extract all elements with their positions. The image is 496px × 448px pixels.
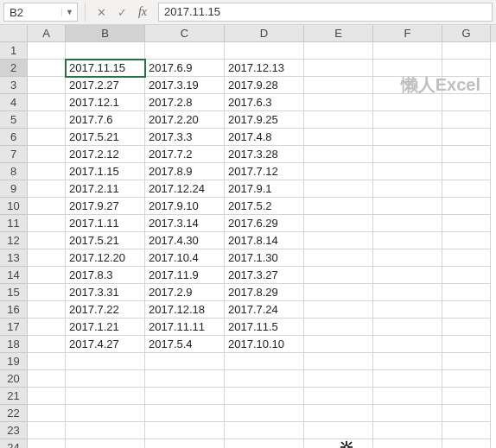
- cell[interactable]: [304, 129, 373, 146]
- row-header[interactable]: 9: [0, 180, 28, 198]
- cell[interactable]: [28, 94, 66, 111]
- col-header-D[interactable]: D: [225, 25, 304, 42]
- cell[interactable]: 2017.9.27: [66, 198, 145, 215]
- row-header[interactable]: 3: [0, 77, 28, 94]
- cell[interactable]: 2017.11.15: [66, 60, 145, 77]
- cell[interactable]: [28, 249, 66, 267]
- cell[interactable]: [442, 111, 491, 129]
- cell[interactable]: [304, 111, 373, 129]
- cell[interactable]: [442, 180, 491, 198]
- cell[interactable]: [442, 353, 491, 370]
- cell[interactable]: [145, 370, 225, 388]
- cell[interactable]: 2017.12.24: [145, 180, 225, 198]
- cell[interactable]: 2017.12.18: [145, 301, 225, 319]
- cell[interactable]: 2017.9.28: [225, 77, 304, 94]
- row-header[interactable]: 13: [0, 249, 28, 267]
- row-header[interactable]: 21: [0, 388, 28, 405]
- cell[interactable]: [28, 215, 66, 232]
- row-header[interactable]: 18: [0, 336, 28, 353]
- row-header[interactable]: 4: [0, 94, 28, 111]
- cell[interactable]: [28, 232, 66, 249]
- cell[interactable]: 2017.1.11: [66, 215, 145, 232]
- cell[interactable]: [373, 336, 442, 353]
- cell[interactable]: [373, 267, 442, 284]
- row-header[interactable]: 10: [0, 198, 28, 215]
- cell[interactable]: [442, 77, 491, 94]
- row-header[interactable]: 7: [0, 146, 28, 163]
- cell[interactable]: 2017.4.30: [145, 232, 225, 249]
- cell[interactable]: [304, 336, 373, 353]
- cell[interactable]: [28, 370, 66, 388]
- cell[interactable]: [304, 42, 373, 60]
- cell[interactable]: [304, 370, 373, 388]
- cell[interactable]: 2017.7.12: [225, 163, 304, 180]
- cell[interactable]: [66, 405, 145, 422]
- cell[interactable]: [373, 249, 442, 267]
- cell[interactable]: 2017.6.3: [225, 94, 304, 111]
- cell[interactable]: [66, 422, 145, 439]
- cell[interactable]: [373, 129, 442, 146]
- cell[interactable]: 2017.3.27: [225, 267, 304, 284]
- cell[interactable]: 2017.10.10: [225, 336, 304, 353]
- cell[interactable]: [28, 146, 66, 163]
- cell[interactable]: 2017.1.15: [66, 163, 145, 180]
- cell[interactable]: [28, 388, 66, 405]
- cell[interactable]: [145, 439, 225, 448]
- cell[interactable]: [28, 163, 66, 180]
- cell[interactable]: [373, 301, 442, 319]
- cell[interactable]: 2017.7.2: [145, 146, 225, 163]
- cell[interactable]: [442, 301, 491, 319]
- cell[interactable]: 2017.9.10: [145, 198, 225, 215]
- row-header[interactable]: 19: [0, 353, 28, 370]
- cell[interactable]: 2017.11.9: [145, 267, 225, 284]
- cell[interactable]: [304, 439, 373, 448]
- cell[interactable]: [66, 370, 145, 388]
- cell[interactable]: [304, 267, 373, 284]
- cell[interactable]: 2017.6.29: [225, 215, 304, 232]
- cell[interactable]: [66, 353, 145, 370]
- cell[interactable]: [28, 336, 66, 353]
- cell[interactable]: 2017.1.30: [225, 249, 304, 267]
- cell[interactable]: [28, 422, 66, 439]
- cell[interactable]: [442, 163, 491, 180]
- cell[interactable]: 2017.6.9: [145, 60, 225, 77]
- cell[interactable]: [373, 353, 442, 370]
- col-header-E[interactable]: E: [304, 25, 373, 42]
- cell[interactable]: [28, 77, 66, 94]
- cell[interactable]: [66, 439, 145, 448]
- col-header-A[interactable]: A: [28, 25, 66, 42]
- cell[interactable]: [442, 60, 491, 77]
- cell[interactable]: [373, 232, 442, 249]
- cell[interactable]: [304, 146, 373, 163]
- row-header[interactable]: 14: [0, 267, 28, 284]
- row-header[interactable]: 16: [0, 301, 28, 319]
- cell[interactable]: 2017.11.5: [225, 319, 304, 336]
- cell[interactable]: 2017.4.27: [66, 336, 145, 353]
- cell[interactable]: [304, 60, 373, 77]
- cell[interactable]: [373, 319, 442, 336]
- cell[interactable]: [373, 422, 442, 439]
- formula-input[interactable]: 2017.11.15: [158, 3, 493, 22]
- cell[interactable]: [442, 388, 491, 405]
- cell[interactable]: [225, 422, 304, 439]
- confirm-button[interactable]: ✓: [113, 3, 130, 22]
- row-header[interactable]: 17: [0, 319, 28, 336]
- cell[interactable]: [225, 42, 304, 60]
- row-header[interactable]: 24: [0, 439, 28, 448]
- cell[interactable]: [28, 267, 66, 284]
- cell[interactable]: [304, 388, 373, 405]
- cell[interactable]: 2017.8.9: [145, 163, 225, 180]
- cell[interactable]: 2017.11.11: [145, 319, 225, 336]
- cell[interactable]: 2017.3.3: [145, 129, 225, 146]
- cell[interactable]: [28, 60, 66, 77]
- cell[interactable]: 2017.3.19: [145, 77, 225, 94]
- cell[interactable]: 2017.2.27: [66, 77, 145, 94]
- cell[interactable]: [373, 146, 442, 163]
- cell[interactable]: 2017.8.14: [225, 232, 304, 249]
- cell[interactable]: [304, 422, 373, 439]
- row-header[interactable]: 8: [0, 163, 28, 180]
- col-header-F[interactable]: F: [373, 25, 442, 42]
- cell[interactable]: [373, 198, 442, 215]
- row-header[interactable]: 2: [0, 60, 28, 77]
- row-header[interactable]: 12: [0, 232, 28, 249]
